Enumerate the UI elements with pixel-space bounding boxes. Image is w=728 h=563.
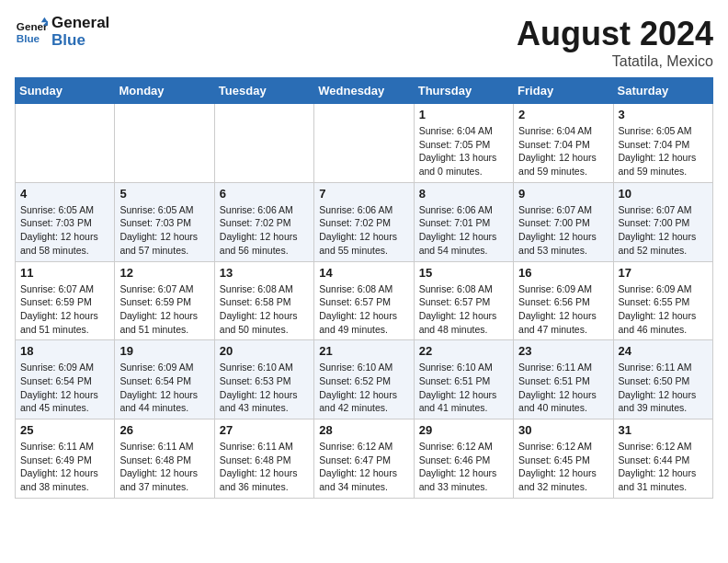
day-number: 11 <box>20 266 109 280</box>
day-number: 1 <box>419 108 508 121</box>
day-info: Sunrise: 6:06 AM Sunset: 7:02 PM Dayligh… <box>319 203 408 258</box>
day-info: Sunrise: 6:05 AM Sunset: 7:03 PM Dayligh… <box>20 203 109 258</box>
day-info: Sunrise: 6:04 AM Sunset: 7:04 PM Dayligh… <box>518 124 608 178</box>
col-header-monday: Monday <box>115 78 214 104</box>
day-cell: 19Sunrise: 6:09 AM Sunset: 6:54 PM Dayli… <box>115 340 214 419</box>
col-header-wednesday: Wednesday <box>314 78 414 104</box>
day-cell: 8Sunrise: 6:06 AM Sunset: 7:01 PM Daylig… <box>414 182 513 261</box>
day-number: 20 <box>220 344 309 358</box>
logo-text: GeneralBlue <box>51 15 109 49</box>
day-cell: 24Sunrise: 6:11 AM Sunset: 6:50 PM Dayli… <box>613 340 712 419</box>
day-cell: 2Sunrise: 6:04 AM Sunset: 7:04 PM Daylig… <box>514 104 613 183</box>
day-number: 10 <box>619 187 708 201</box>
day-number: 12 <box>119 266 209 280</box>
day-info: Sunrise: 6:07 AM Sunset: 7:00 PM Dayligh… <box>619 203 708 258</box>
day-number: 26 <box>119 423 209 437</box>
day-info: Sunrise: 6:06 AM Sunset: 7:01 PM Dayligh… <box>419 203 508 258</box>
day-number: 30 <box>518 423 608 437</box>
day-info: Sunrise: 6:04 AM Sunset: 7:05 PM Dayligh… <box>419 124 508 178</box>
month-title: August 2024 <box>517 15 713 53</box>
day-number: 6 <box>220 187 309 201</box>
svg-text:Blue: Blue <box>17 31 40 43</box>
day-cell: 21Sunrise: 6:10 AM Sunset: 6:52 PM Dayli… <box>314 340 414 419</box>
day-cell: 13Sunrise: 6:08 AM Sunset: 6:58 PM Dayli… <box>214 261 313 340</box>
day-cell: 9Sunrise: 6:07 AM Sunset: 7:00 PM Daylig… <box>514 182 613 261</box>
day-number: 4 <box>20 187 109 201</box>
day-cell: 25Sunrise: 6:11 AM Sunset: 6:49 PM Dayli… <box>16 419 115 499</box>
day-cell: 11Sunrise: 6:07 AM Sunset: 6:59 PM Dayli… <box>16 261 115 340</box>
day-cell: 18Sunrise: 6:09 AM Sunset: 6:54 PM Dayli… <box>16 340 115 419</box>
day-cell: 20Sunrise: 6:10 AM Sunset: 6:53 PM Dayli… <box>214 340 313 419</box>
day-info: Sunrise: 6:12 AM Sunset: 6:45 PM Dayligh… <box>518 440 608 494</box>
day-number: 17 <box>619 266 708 280</box>
day-cell: 6Sunrise: 6:06 AM Sunset: 7:02 PM Daylig… <box>214 182 313 261</box>
day-info: Sunrise: 6:11 AM Sunset: 6:49 PM Dayligh… <box>20 440 109 494</box>
day-info: Sunrise: 6:07 AM Sunset: 6:59 PM Dayligh… <box>20 282 109 337</box>
day-info: Sunrise: 6:07 AM Sunset: 7:00 PM Dayligh… <box>518 203 608 258</box>
day-cell <box>16 104 115 183</box>
day-cell: 23Sunrise: 6:11 AM Sunset: 6:51 PM Dayli… <box>514 340 613 419</box>
page-header: General Blue GeneralBlue August 2024 Tat… <box>15 15 713 70</box>
day-info: Sunrise: 6:11 AM Sunset: 6:50 PM Dayligh… <box>619 361 708 415</box>
day-cell: 3Sunrise: 6:05 AM Sunset: 7:04 PM Daylig… <box>613 104 712 183</box>
day-number: 25 <box>20 423 109 437</box>
day-info: Sunrise: 6:08 AM Sunset: 6:58 PM Dayligh… <box>220 282 309 337</box>
col-header-tuesday: Tuesday <box>214 78 313 104</box>
day-cell: 31Sunrise: 6:12 AM Sunset: 6:44 PM Dayli… <box>613 419 712 499</box>
day-info: Sunrise: 6:12 AM Sunset: 6:47 PM Dayligh… <box>319 440 408 494</box>
day-cell <box>314 104 414 183</box>
day-cell: 15Sunrise: 6:08 AM Sunset: 6:57 PM Dayli… <box>414 261 513 340</box>
day-info: Sunrise: 6:11 AM Sunset: 6:51 PM Dayligh… <box>518 361 608 415</box>
day-cell: 26Sunrise: 6:11 AM Sunset: 6:48 PM Dayli… <box>115 419 214 499</box>
day-info: Sunrise: 6:05 AM Sunset: 7:04 PM Dayligh… <box>619 124 708 178</box>
location: Tatatila, Mexico <box>517 53 713 70</box>
day-info: Sunrise: 6:10 AM Sunset: 6:51 PM Dayligh… <box>419 361 508 415</box>
day-cell: 16Sunrise: 6:09 AM Sunset: 6:56 PM Dayli… <box>514 261 613 340</box>
day-number: 29 <box>419 423 508 437</box>
day-info: Sunrise: 6:09 AM Sunset: 6:54 PM Dayligh… <box>119 361 209 415</box>
header-row: SundayMondayTuesdayWednesdayThursdayFrid… <box>16 78 713 104</box>
calendar-table: SundayMondayTuesdayWednesdayThursdayFrid… <box>15 77 713 499</box>
day-number: 3 <box>619 108 708 121</box>
day-info: Sunrise: 6:09 AM Sunset: 6:54 PM Dayligh… <box>20 361 109 415</box>
day-number: 18 <box>20 344 109 358</box>
week-row-1: 1Sunrise: 6:04 AM Sunset: 7:05 PM Daylig… <box>16 104 713 183</box>
day-info: Sunrise: 6:09 AM Sunset: 6:55 PM Dayligh… <box>619 282 708 337</box>
day-cell: 27Sunrise: 6:11 AM Sunset: 6:48 PM Dayli… <box>214 419 313 499</box>
week-row-5: 25Sunrise: 6:11 AM Sunset: 6:49 PM Dayli… <box>16 419 713 499</box>
day-info: Sunrise: 6:10 AM Sunset: 6:52 PM Dayligh… <box>319 361 408 415</box>
day-info: Sunrise: 6:12 AM Sunset: 6:44 PM Dayligh… <box>619 440 708 494</box>
day-number: 2 <box>518 108 608 121</box>
day-info: Sunrise: 6:11 AM Sunset: 6:48 PM Dayligh… <box>119 440 209 494</box>
day-cell: 10Sunrise: 6:07 AM Sunset: 7:00 PM Dayli… <box>613 182 712 261</box>
day-info: Sunrise: 6:11 AM Sunset: 6:48 PM Dayligh… <box>220 440 309 494</box>
week-row-4: 18Sunrise: 6:09 AM Sunset: 6:54 PM Dayli… <box>16 340 713 419</box>
day-cell: 4Sunrise: 6:05 AM Sunset: 7:03 PM Daylig… <box>16 182 115 261</box>
day-info: Sunrise: 6:08 AM Sunset: 6:57 PM Dayligh… <box>419 282 508 337</box>
day-number: 15 <box>419 266 508 280</box>
day-cell: 28Sunrise: 6:12 AM Sunset: 6:47 PM Dayli… <box>314 419 414 499</box>
day-number: 8 <box>419 187 508 201</box>
day-info: Sunrise: 6:05 AM Sunset: 7:03 PM Dayligh… <box>119 203 209 258</box>
day-number: 5 <box>119 187 209 201</box>
day-number: 23 <box>518 344 608 358</box>
col-header-thursday: Thursday <box>414 78 513 104</box>
day-number: 14 <box>319 266 408 280</box>
day-cell: 12Sunrise: 6:07 AM Sunset: 6:59 PM Dayli… <box>115 261 214 340</box>
day-cell: 5Sunrise: 6:05 AM Sunset: 7:03 PM Daylig… <box>115 182 214 261</box>
day-cell: 30Sunrise: 6:12 AM Sunset: 6:45 PM Dayli… <box>514 419 613 499</box>
week-row-2: 4Sunrise: 6:05 AM Sunset: 7:03 PM Daylig… <box>16 182 713 261</box>
day-cell <box>214 104 313 183</box>
week-row-3: 11Sunrise: 6:07 AM Sunset: 6:59 PM Dayli… <box>16 261 713 340</box>
day-number: 7 <box>319 187 408 201</box>
col-header-saturday: Saturday <box>613 78 712 104</box>
day-number: 16 <box>518 266 608 280</box>
day-cell: 7Sunrise: 6:06 AM Sunset: 7:02 PM Daylig… <box>314 182 414 261</box>
title-block: August 2024 Tatatila, Mexico <box>517 15 713 70</box>
day-number: 22 <box>419 344 508 358</box>
col-header-sunday: Sunday <box>16 78 115 104</box>
day-info: Sunrise: 6:10 AM Sunset: 6:53 PM Dayligh… <box>220 361 309 415</box>
day-number: 9 <box>518 187 608 201</box>
day-number: 24 <box>619 344 708 358</box>
day-info: Sunrise: 6:07 AM Sunset: 6:59 PM Dayligh… <box>119 282 209 337</box>
